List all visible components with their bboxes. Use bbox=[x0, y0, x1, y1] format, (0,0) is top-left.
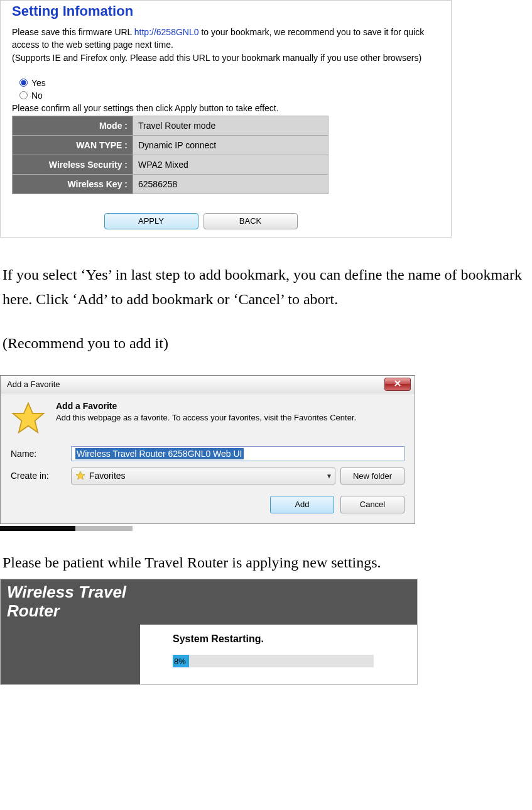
add-favorite-dialog: Add a Favorite Add a Favorite Add this w… bbox=[0, 375, 415, 524]
settings-summary-table: Mode : Travel Router mode WAN TYPE : Dyn… bbox=[12, 116, 328, 194]
table-row: Wireless Key : 62586258 bbox=[13, 174, 328, 194]
back-button[interactable]: BACK bbox=[204, 213, 298, 229]
cell-value-wsec: WPA2 Mixed bbox=[133, 155, 328, 174]
restart-header-line2: Router bbox=[7, 601, 60, 620]
doc-paragraph-3: Please be patient while Travel Router is… bbox=[3, 550, 529, 576]
doc-paragraph-1: If you select ‘Yes’ in last step to add … bbox=[3, 263, 529, 312]
radio-no[interactable] bbox=[19, 91, 28, 99]
setting-information-panel: Setting Infomation Please save this firm… bbox=[0, 0, 452, 238]
table-row: Wireless Security : WPA2 Mixed bbox=[13, 155, 328, 174]
star-icon bbox=[11, 401, 46, 436]
bookmark-radio-group: Yes No bbox=[12, 78, 443, 101]
progress-label: 8% bbox=[174, 657, 186, 666]
doc-paragraph-2: (Recommend you to add it) bbox=[3, 331, 529, 356]
restart-status-title: System Restarting. bbox=[173, 633, 404, 645]
close-button[interactable] bbox=[384, 378, 411, 391]
createin-label: Create in: bbox=[11, 471, 71, 481]
apply-button[interactable]: APPLY bbox=[104, 213, 198, 229]
dialog-title: Add a Favorite bbox=[7, 380, 60, 389]
dialog-subtext: Add this webpage as a favorite. To acces… bbox=[56, 412, 356, 424]
radio-yes[interactable] bbox=[19, 79, 28, 87]
cell-label-wsec: Wireless Security : bbox=[13, 155, 133, 174]
dialog-button-row: Add Cancel bbox=[11, 496, 404, 513]
restart-header: Wireless Travel Router bbox=[1, 579, 417, 625]
cancel-button[interactable]: Cancel bbox=[340, 496, 404, 513]
dialog-titlebar: Add a Favorite bbox=[1, 376, 415, 393]
radio-no-label: No bbox=[31, 90, 43, 101]
new-folder-button[interactable]: New folder bbox=[340, 468, 404, 484]
add-button[interactable]: Add bbox=[270, 496, 334, 513]
desc-line2: (Supports IE and Firefox only. Please ad… bbox=[12, 53, 421, 63]
panel-heading: Setting Infomation bbox=[12, 3, 443, 19]
progress-bar: 8% bbox=[173, 655, 374, 667]
restart-main: System Restarting. 8% bbox=[140, 625, 417, 684]
createin-value: Favorites bbox=[89, 471, 126, 481]
table-row: WAN TYPE : Dynamic IP connect bbox=[13, 135, 328, 155]
radio-yes-label: Yes bbox=[31, 78, 46, 88]
cell-label-wkey: Wireless Key : bbox=[13, 174, 133, 194]
radio-no-row[interactable]: No bbox=[12, 90, 443, 101]
cell-value-mode: Travel Router mode bbox=[133, 116, 328, 135]
createin-select[interactable]: Favorites ▼ bbox=[71, 468, 335, 484]
cell-value-wantype: Dynamic IP connect bbox=[133, 135, 328, 155]
cell-label-wantype: WAN TYPE : bbox=[13, 135, 133, 155]
confirm-text: Please confirm all your settings then cl… bbox=[12, 103, 443, 113]
name-label: Name: bbox=[11, 449, 71, 459]
progress-fill: 8% bbox=[173, 655, 189, 667]
name-input[interactable]: Wireless Travel Router 6258GNL0 Web UI bbox=[71, 446, 404, 461]
panel-button-row: APPLY BACK bbox=[8, 213, 443, 229]
restart-panel: Wireless Travel Router System Restarting… bbox=[0, 579, 418, 685]
restart-header-line1: Wireless Travel bbox=[7, 583, 126, 601]
dialog-subheading: Add a Favorite bbox=[56, 401, 356, 411]
cell-label-mode: Mode : bbox=[13, 116, 133, 135]
svg-marker-1 bbox=[76, 471, 85, 479]
svg-marker-0 bbox=[13, 403, 44, 432]
cell-value-wkey: 62586258 bbox=[133, 174, 328, 194]
chevron-down-icon: ▼ bbox=[326, 473, 332, 479]
name-row: Name: Wireless Travel Router 6258GNL0 We… bbox=[11, 446, 404, 461]
firmware-url-link[interactable]: http://6258GNL0 bbox=[134, 27, 199, 37]
createin-row: Create in: Favorites ▼ New folder bbox=[11, 468, 404, 484]
table-row: Mode : Travel Router mode bbox=[13, 116, 328, 135]
desc-before-url: Please save this firmware URL bbox=[12, 27, 134, 37]
name-input-value: Wireless Travel Router 6258GNL0 Web UI bbox=[75, 448, 244, 459]
favorites-star-icon bbox=[75, 471, 85, 481]
restart-sidebar bbox=[1, 625, 140, 684]
radio-yes-row[interactable]: Yes bbox=[12, 78, 443, 88]
panel-description: Please save this firmware URL http://625… bbox=[12, 26, 440, 64]
close-icon bbox=[394, 380, 401, 388]
